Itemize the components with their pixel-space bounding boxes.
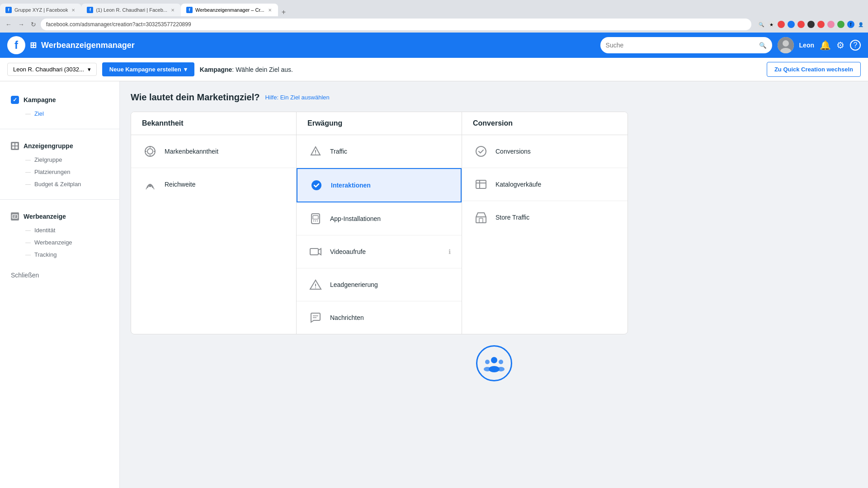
- markenbekanntheit-icon: [142, 143, 158, 160]
- goal-item-interaktionen[interactable]: Interaktionen: [297, 168, 462, 202]
- goal-item-katalogverkaeufe[interactable]: Katalogverkäufe: [462, 168, 627, 201]
- account-selector[interactable]: Leon R. Chaudhari (3032... ▾: [7, 63, 97, 76]
- tab-close-2[interactable]: ✕: [170, 7, 175, 14]
- sidebar-item-tracking[interactable]: — Tracking: [22, 249, 112, 261]
- svg-rect-5: [12, 146, 14, 149]
- svg-point-10: [145, 146, 155, 156]
- sidebar-item-kampagne[interactable]: ✓ Kampagne: [7, 92, 112, 108]
- goal-item-markenbekanntheit[interactable]: Markenbekanntheit: [131, 135, 296, 168]
- sidebar-item-budget-zeitplan[interactable]: — Budget & Zeitplan: [22, 178, 112, 190]
- column-header-erwaegung: Erwägung: [297, 112, 462, 135]
- tab-close-1[interactable]: ✕: [71, 7, 76, 14]
- svg-rect-34: [476, 180, 486, 188]
- browser-icons: 🔍 ★ f 👤: [758, 21, 864, 28]
- videoaufrufe-label: Videoaufrufe: [330, 248, 366, 255]
- platzierungen-label: Platzierungen: [34, 169, 71, 175]
- sidebar-item-werbeanzeige-sub[interactable]: — Werbeanzeige: [22, 236, 112, 249]
- tab-favicon-3: f: [186, 7, 193, 13]
- browser-icon-9: [837, 21, 844, 28]
- kampagne-checkbox-icon: ✓: [11, 96, 19, 104]
- sidebar-item-identitaet[interactable]: — Identität: [22, 224, 112, 236]
- sidebar: ✓ Kampagne — Ziel: [0, 81, 120, 488]
- help-link[interactable]: Hilfe: Ein Ziel auswählen: [265, 94, 329, 101]
- toolbar: Leon R. Chaudhari (3032... ▾ Neue Kampag…: [0, 58, 868, 81]
- browser-icon-user: 👤: [857, 21, 864, 28]
- browser-tab-2[interactable]: f (1) Leon R. Chaudhari | Faceb... ✕: [81, 4, 181, 16]
- identitaet-label: Identität: [34, 227, 55, 234]
- sidebar-section-kampagne: ✓ Kampagne — Ziel: [0, 89, 119, 123]
- search-button[interactable]: 🔍: [759, 42, 767, 49]
- svg-rect-3: [12, 143, 14, 145]
- goal-item-app-installationen[interactable]: App-Installationen: [297, 202, 462, 235]
- account-label: Leon R. Chaudhari (3032...: [13, 66, 84, 73]
- column-bekanntheit: Bekanntheit Markenbek: [131, 112, 297, 334]
- quick-creation-button[interactable]: Zu Quick Creation wechseln: [767, 62, 861, 77]
- fb-search-bar[interactable]: 🔍: [600, 37, 772, 53]
- bottom-icon-area: [131, 334, 857, 392]
- search-input[interactable]: [606, 42, 759, 49]
- videoaufrufe-info-icon[interactable]: ℹ: [448, 248, 451, 255]
- nachrichten-label: Nachrichten: [330, 314, 364, 321]
- goal-item-nachrichten[interactable]: Nachrichten: [297, 301, 462, 334]
- browser-icon-4: [788, 21, 795, 28]
- avatar: [778, 37, 794, 53]
- browser-icon-7: [817, 21, 825, 28]
- goal-item-videoaufrufe[interactable]: Videoaufrufe ℹ: [297, 235, 462, 268]
- app-installationen-icon: [307, 211, 324, 227]
- sidebar-item-zielgruppe[interactable]: — Zielgruppe: [22, 154, 112, 166]
- fb-header-right: Leon 🔔 ⚙ ?: [778, 37, 861, 53]
- forward-button[interactable]: →: [16, 19, 26, 30]
- address-bar[interactable]: facebook.com/adsmanager/creation?act=303…: [41, 19, 751, 30]
- leadgenerierung-icon: [307, 277, 324, 293]
- store-traffic-label: Store Traffic: [495, 214, 529, 221]
- sidebar-item-anzeigengruppe[interactable]: Anzeigengruppe: [7, 138, 112, 154]
- goal-item-reichweite[interactable]: Reichweite: [131, 168, 296, 201]
- nachrichten-icon: [307, 310, 324, 326]
- browser-tab-1[interactable]: f Gruppe XYZ | Facebook ✕: [0, 4, 81, 16]
- tracking-label: Tracking: [34, 251, 57, 258]
- ziel-dash: —: [25, 111, 31, 117]
- fb-logo: f: [7, 36, 25, 54]
- browser-icon-6: [807, 21, 815, 28]
- interaktionen-icon: [308, 177, 325, 193]
- goal-item-conversions[interactable]: Conversions: [462, 135, 627, 168]
- column-conversion: Conversion Conversions: [462, 112, 627, 334]
- tab-favicon-2: f: [87, 7, 93, 13]
- create-btn-chevron-icon: ▾: [184, 66, 187, 73]
- refresh-button[interactable]: ↻: [29, 19, 38, 30]
- tab-label-2: (1) Leon R. Chaudhari | Faceb...: [96, 7, 167, 13]
- sidebar-item-ziel[interactable]: — Ziel: [22, 108, 112, 120]
- svg-point-33: [476, 146, 486, 156]
- goal-item-leadgenerierung[interactable]: Leadgenerierung: [297, 268, 462, 301]
- ziel-label: Ziel: [34, 110, 44, 117]
- browser-tab-3[interactable]: f Werbeanzeigenmanager – Cr... ✕: [181, 4, 278, 16]
- back-button[interactable]: ←: [4, 19, 14, 30]
- conversions-icon: [473, 143, 489, 160]
- help-icon[interactable]: ?: [850, 40, 861, 51]
- tab-favicon-1: f: [5, 7, 12, 13]
- leadgenerierung-label: Leadgenerierung: [330, 281, 378, 288]
- new-tab-button[interactable]: +: [278, 8, 289, 16]
- sidebar-item-platzierungen[interactable]: — Platzierungen: [22, 166, 112, 178]
- tab-close-3[interactable]: ✕: [267, 7, 273, 14]
- browser-icon-2: ★: [768, 21, 775, 28]
- address-bar-row: ← → ↻ facebook.com/adsmanager/creation?a…: [0, 16, 868, 33]
- sidebar-divider-1: [0, 129, 119, 129]
- column-header-conversion: Conversion: [462, 112, 627, 135]
- goal-item-store-traffic[interactable]: Store Traffic: [462, 201, 627, 234]
- svg-point-39: [491, 357, 497, 363]
- username-label: Leon: [799, 42, 814, 49]
- create-campaign-button[interactable]: Neue Kampagne erstellen ▾: [102, 62, 194, 76]
- tab-bar: f Gruppe XYZ | Facebook ✕ f (1) Leon R. …: [0, 0, 868, 16]
- sidebar-close-button[interactable]: Schließen: [0, 264, 119, 286]
- goal-item-traffic[interactable]: Traffic: [297, 135, 462, 168]
- werbeanzeige-sub-items: — Identität — Werbeanzeige — Tracking: [7, 224, 112, 261]
- settings-icon[interactable]: ⚙: [836, 40, 844, 51]
- tracking-dash: —: [25, 252, 31, 258]
- browser-icon-fb: f: [847, 21, 854, 28]
- notifications-icon[interactable]: 🔔: [820, 40, 831, 51]
- sidebar-item-werbeanzeige[interactable]: Werbeanzeige: [7, 209, 112, 224]
- svg-point-19: [315, 154, 316, 155]
- svg-rect-7: [12, 215, 18, 218]
- zielgruppe-label: Zielgruppe: [34, 156, 62, 163]
